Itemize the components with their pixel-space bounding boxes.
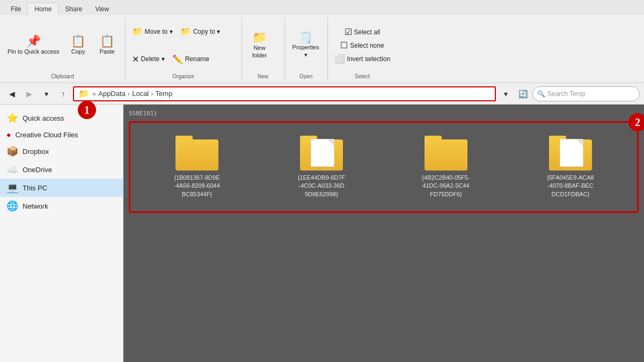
sidebar-item-dropbox[interactable]: 📦 Dropbox xyxy=(0,142,123,160)
recent-button[interactable]: ▾ xyxy=(39,86,54,101)
forward-button[interactable]: ▶ xyxy=(21,86,36,101)
onedrive-label: OneDrive xyxy=(23,166,52,174)
creative-cloud-label: Creative Cloud Files xyxy=(15,131,78,139)
onedrive-icon: ☁️ xyxy=(6,164,18,175)
main-area: ⭐ Quick access ● Creative Cloud Files 📦 … xyxy=(0,105,644,362)
invert-selection-icon: ⬜ xyxy=(334,54,345,64)
new-folder-icon: 📁 xyxy=(252,32,267,43)
select-label: Select xyxy=(332,72,393,79)
tab-home[interactable]: Home xyxy=(27,3,58,15)
breadcrumb-local[interactable]: Local xyxy=(132,90,149,98)
properties-button[interactable]: 🗒️ Properties▾ xyxy=(289,30,323,60)
copy-to-label: Copy to ▾ xyxy=(193,28,221,35)
open-label: Open xyxy=(289,72,323,79)
folder-3[interactable]: {4B2C2B40-05F5-41DC-96A2-5C44FD75DDF6} xyxy=(388,131,504,203)
folder-3-icon xyxy=(425,136,467,171)
sidebar-item-this-pc[interactable]: 💻 This PC xyxy=(0,179,123,197)
pin-icon: 📌 xyxy=(26,35,41,47)
ribbon-content: 📌 Pin to Quick access 📋 Copy 📋 Paste Cli… xyxy=(0,15,644,83)
dropbox-icon: 📦 xyxy=(6,145,18,157)
open-items: 🗒️ Properties▾ xyxy=(289,18,323,72)
breadcrumb-sep-1: › xyxy=(128,90,130,98)
breadcrumb-sep-2: › xyxy=(151,90,153,98)
clipboard-items: 📌 Pin to Quick access 📋 Copy 📋 Paste xyxy=(4,18,121,72)
move-to-button[interactable]: 📁 Move to ▾ xyxy=(130,25,175,38)
up-button[interactable]: ↑ xyxy=(56,86,71,101)
this-pc-icon: 💻 xyxy=(6,182,18,194)
move-to-icon: 📁 xyxy=(132,26,143,36)
tab-share[interactable]: Share xyxy=(58,3,89,15)
sidebar-item-onedrive[interactable]: ☁️ OneDrive xyxy=(0,160,123,179)
new-folder-button[interactable]: 📁 Newfolder xyxy=(246,29,273,61)
annotation-2: 2 xyxy=(628,113,644,131)
invert-selection-button[interactable]: ⬜ Invert selection xyxy=(332,53,393,65)
creative-cloud-icon: ● xyxy=(6,130,11,139)
clipboard-label: Clipboard xyxy=(4,72,121,79)
folder-3-label: {4B2C2B40-05F5-41DC-96A2-5C44FD75DDF6} xyxy=(422,174,470,198)
copy-label: Copy xyxy=(71,48,85,55)
breadcrumb-appdata[interactable]: AppData xyxy=(98,90,126,98)
copy-to-button[interactable]: 📁 Copy to ▾ xyxy=(178,25,223,38)
properties-label: Properties▾ xyxy=(292,44,319,58)
folder-2-doc xyxy=(311,139,334,167)
status-text: 55BE101} xyxy=(129,110,639,117)
delete-icon: ✕ xyxy=(132,54,139,64)
folder-1[interactable]: {1B081367-8D9E-4A56-8209-6044BC85344F} xyxy=(139,131,255,203)
organize-label: Organize xyxy=(130,72,237,79)
back-button[interactable]: ◀ xyxy=(4,86,19,101)
invert-selection-label: Invert selection xyxy=(347,55,391,63)
folder-2-label: {1EE44DB9-6D7F-4C0C-A033-36D9D8E62998} xyxy=(298,174,346,198)
ribbon-group-new: 📁 Newfolder New xyxy=(242,17,285,80)
network-label: Network xyxy=(23,202,48,210)
folder-4-doc xyxy=(560,139,583,167)
folder-1-label: {1B081367-8D9E-4A56-8209-6044BC85344F} xyxy=(174,174,220,198)
rename-button[interactable]: ✏️ Rename xyxy=(170,53,211,65)
ribbon: File Home Share View 📌 Pin to Quick acce… xyxy=(0,0,644,83)
folder-4[interactable]: {5FA045E9-ACA8-4070-8BAF-BECDCD1FDBAC} xyxy=(513,131,628,203)
copy-to-icon: 📁 xyxy=(180,26,191,36)
select-items: ☑ Select all ☐ Select none ⬜ Invert sele… xyxy=(332,18,393,72)
breadcrumb-prefix: « xyxy=(92,90,96,98)
properties-icon: 🗒️ xyxy=(299,32,312,43)
breadcrumb-bar[interactable]: 📁 « AppData › Local › Temp xyxy=(73,86,496,101)
this-pc-label: This PC xyxy=(23,184,47,192)
paste-button[interactable]: 📋 Paste xyxy=(94,33,121,57)
pin-to-quick-access-button[interactable]: 📌 Pin to Quick access xyxy=(4,33,63,57)
folder-1-body xyxy=(175,139,218,171)
ribbon-tabs: File Home Share View xyxy=(0,0,644,15)
delete-label: Delete ▾ xyxy=(141,55,165,63)
sidebar-item-network[interactable]: 🌐 Network xyxy=(0,197,123,215)
tab-file[interactable]: File xyxy=(4,3,27,15)
rename-icon: ✏️ xyxy=(172,54,183,64)
folder-2-icon xyxy=(300,136,343,171)
navigation-bar: ◀ ▶ ▾ ↑ 📁 « AppData › Local › Temp ▾ 🔄 🔍… xyxy=(0,83,644,105)
new-label: New xyxy=(246,72,280,79)
rename-label: Rename xyxy=(185,55,209,63)
folder-3-body xyxy=(425,139,467,171)
sidebar: ⭐ Quick access ● Creative Cloud Files 📦 … xyxy=(0,105,123,362)
tab-view[interactable]: View xyxy=(89,3,115,15)
breadcrumb-temp[interactable]: Temp xyxy=(156,90,173,98)
ribbon-group-open: 🗒️ Properties▾ Open xyxy=(285,17,328,80)
breadcrumb-folder-icon: 📁 xyxy=(78,88,89,99)
refresh-button[interactable]: 🔄 xyxy=(515,86,530,101)
select-all-label: Select all xyxy=(354,28,380,36)
folder-2[interactable]: {1EE44DB9-6D7F-4C0C-A033-36D9D8E62998} xyxy=(264,131,379,203)
star-icon: ⭐ xyxy=(6,112,18,124)
copy-button[interactable]: 📋 Copy xyxy=(65,33,92,57)
select-none-label: Select none xyxy=(350,42,384,49)
search-bar[interactable]: 🔍 Search Temp xyxy=(532,86,640,101)
folder-4-icon xyxy=(549,136,592,171)
sidebar-item-quick-access[interactable]: ⭐ Quick access xyxy=(0,109,123,127)
sidebar-item-creative-cloud[interactable]: ● Creative Cloud Files xyxy=(0,127,123,142)
move-to-label: Move to ▾ xyxy=(145,28,173,35)
select-all-button[interactable]: ☑ Select all xyxy=(342,26,383,38)
delete-button[interactable]: ✕ Delete ▾ xyxy=(130,53,167,65)
new-folder-label: Newfolder xyxy=(252,45,267,58)
select-none-button[interactable]: ☐ Select none xyxy=(338,39,386,51)
dropdown-button[interactable]: ▾ xyxy=(498,86,513,101)
copy-icon: 📋 xyxy=(71,35,85,47)
ribbon-group-organize: 📁 Move to ▾ 📁 Copy to ▾ ✕ Delete ▾ ✏️ Re… xyxy=(126,17,242,80)
select-none-icon: ☐ xyxy=(340,40,348,50)
network-icon: 🌐 xyxy=(6,200,18,212)
